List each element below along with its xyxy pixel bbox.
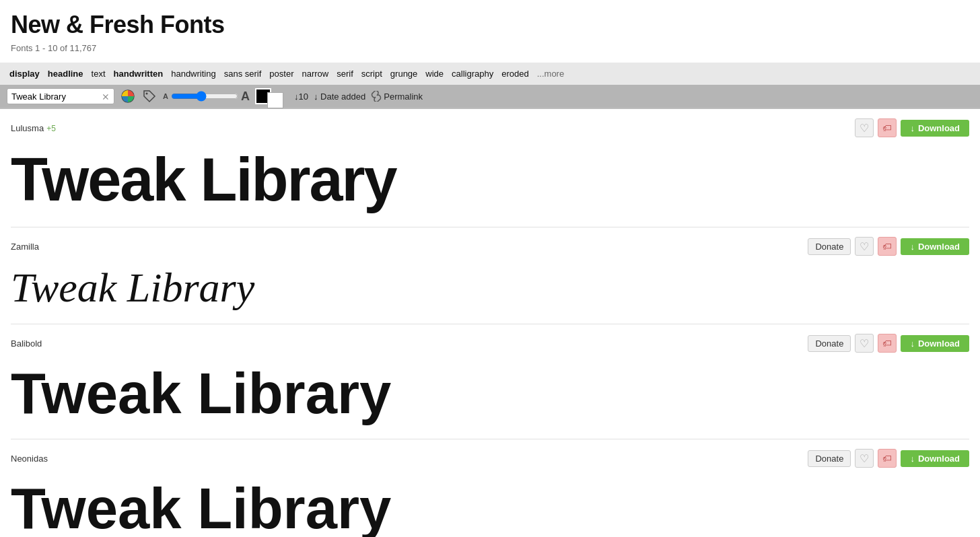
tag-headline[interactable]: headline [45, 67, 86, 80]
search-input[interactable] [11, 92, 99, 102]
svg-point-1 [146, 93, 148, 95]
date-added-button[interactable]: ↓ Date added [314, 92, 365, 102]
font-list: Lulusma+5♡🏷DownloadTweak LibraryZamillaD… [0, 109, 980, 537]
font-name-zamilla[interactable]: Zamilla [11, 242, 39, 252]
font-entry-header-lulusma: Lulusma+5♡🏷Download [11, 118, 969, 137]
tag-serif[interactable]: serif [334, 67, 356, 80]
font-preview-text-zamilla: Tweak Library [11, 264, 254, 310]
toolbar: ⨯ A A [0, 85, 980, 108]
font-name-lulusma[interactable]: Lulusma+5 [11, 123, 56, 133]
tag-wide[interactable]: wide [423, 67, 446, 80]
font-entry-balibold: BaliboldDonate♡🏷DownloadTweak Library [11, 324, 969, 439]
clear-search-button[interactable]: ⨯ [102, 91, 110, 102]
font-preview-zamilla: Tweak Library [11, 258, 969, 314]
donate-button-balibold[interactable]: Donate [808, 335, 851, 352]
size-slider-container: A A [163, 90, 250, 104]
download-button-neonidas[interactable]: Download [901, 450, 969, 467]
page-title: New & Fresh Fonts [11, 11, 969, 39]
donate-button-zamilla[interactable]: Donate [808, 238, 851, 255]
background-swatch[interactable] [267, 92, 283, 108]
font-entry-header-balibold: BaliboldDonate♡🏷Download [11, 334, 969, 353]
font-name-neonidas[interactable]: Neonidas [11, 454, 48, 464]
font-preview-text-lulusma: Tweak Library [11, 146, 396, 213]
font-entry-neonidas: NeonidasDonate♡🏷DownloadTweak Library [11, 439, 969, 537]
favorite-button-lulusma[interactable]: ♡ [855, 118, 874, 137]
favorite-button-balibold[interactable]: ♡ [855, 334, 874, 353]
tag-eroded[interactable]: eroded [499, 67, 531, 80]
download-button-zamilla[interactable]: Download [901, 238, 969, 255]
permalink-button[interactable]: Permalink [371, 91, 423, 102]
font-entry-header-neonidas: NeonidasDonate♡🏷Download [11, 449, 969, 468]
font-name-balibold[interactable]: Balibold [11, 338, 42, 349]
font-actions-balibold: Donate♡🏷Download [808, 334, 969, 353]
size-label-large: A [241, 90, 250, 104]
font-preview-balibold: Tweak Library [11, 355, 969, 429]
font-entry-header-zamilla: ZamillaDonate♡🏷Download [11, 237, 969, 256]
tag-button-neonidas[interactable]: 🏷 [878, 449, 897, 468]
tag-filter-icon[interactable] [141, 88, 158, 104]
tag-more[interactable]: ...more [534, 67, 567, 80]
count-button[interactable]: ↓10 [294, 92, 308, 102]
color-wheel-icon[interactable] [120, 88, 136, 104]
tag-grunge[interactable]: grunge [388, 67, 420, 80]
download-button-lulusma[interactable]: Download [901, 120, 969, 137]
font-badge-lulusma: +5 [46, 124, 56, 133]
font-entry-zamilla: ZamillaDonate♡🏷DownloadTweak Library [11, 227, 969, 324]
tag-row: displayheadlinetexthandwrittenhandwritin… [0, 63, 980, 85]
page-subtitle: Fonts 1 - 10 of 11,767 [11, 43, 969, 53]
tag-button-lulusma[interactable]: 🏷 [878, 118, 897, 137]
font-actions-zamilla: Donate♡🏷Download [808, 237, 969, 256]
tag-button-balibold[interactable]: 🏷 [878, 334, 897, 353]
search-box: ⨯ [7, 88, 114, 104]
size-label-small: A [163, 92, 168, 100]
font-actions-neonidas: Donate♡🏷Download [808, 449, 969, 468]
download-button-balibold[interactable]: Download [901, 335, 969, 352]
favorite-button-zamilla[interactable]: ♡ [855, 237, 874, 256]
size-slider[interactable] [171, 91, 238, 102]
tag-handwriting[interactable]: handwriting [168, 67, 219, 80]
font-preview-lulusma: Tweak Library [11, 140, 969, 217]
tag-handwritten[interactable]: handwritten [111, 67, 166, 80]
tag-poster[interactable]: poster [267, 67, 296, 80]
favorite-button-neonidas[interactable]: ♡ [855, 449, 874, 468]
tag-display[interactable]: display [7, 67, 42, 80]
tag-button-zamilla[interactable]: 🏷 [878, 237, 897, 256]
tag-script[interactable]: script [359, 67, 385, 80]
font-preview-text-neonidas: Tweak Library [11, 476, 391, 537]
font-entry-lulusma: Lulusma+5♡🏷DownloadTweak Library [11, 109, 969, 227]
tag-narrow[interactable]: narrow [299, 67, 331, 80]
donate-button-neonidas[interactable]: Donate [808, 450, 851, 467]
tag-calligraphy[interactable]: calligraphy [449, 67, 496, 80]
tag-sans-serif[interactable]: sans serif [221, 67, 265, 80]
font-preview-neonidas: Tweak Library [11, 470, 969, 537]
filter-section: displayheadlinetexthandwrittenhandwritin… [0, 63, 980, 109]
color-swatch-container [255, 88, 289, 104]
font-actions-lulusma: ♡🏷Download [855, 118, 969, 137]
permalink-icon [371, 91, 382, 102]
tag-text[interactable]: text [89, 67, 108, 80]
font-preview-text-balibold: Tweak Library [11, 361, 391, 425]
